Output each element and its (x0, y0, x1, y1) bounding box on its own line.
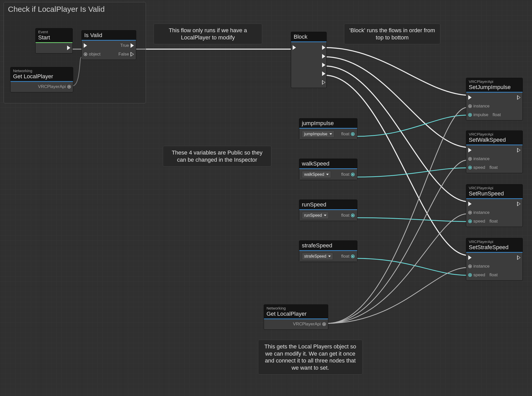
port-out-icon[interactable] (67, 85, 71, 89)
variable-dropdown[interactable]: strafeSpeed (302, 253, 333, 260)
chevron-down-icon (324, 215, 326, 216)
port-in-icon[interactable] (84, 52, 87, 56)
variable-dropdown[interactable]: jumpImpulse (302, 130, 334, 138)
port-in-icon[interactable] (468, 113, 472, 117)
dropdown-label: strafeSpeed (304, 254, 326, 259)
node-title: Get LocalPlayer (13, 73, 70, 80)
node-get-localplayer-1[interactable]: Networking Get LocalPlayer VRCPlayerApi (10, 67, 73, 92)
port-in-icon[interactable] (468, 104, 472, 108)
variable-dropdown[interactable]: walkSpeed (302, 171, 331, 178)
port-in-icon[interactable] (468, 166, 472, 169)
exec-out-icon[interactable] (67, 46, 70, 50)
node-title: Is Valid (84, 32, 133, 38)
dropdown-label: jumpImpulse (304, 132, 327, 136)
exec-out-icon[interactable] (517, 202, 520, 206)
exec-in-icon[interactable] (84, 43, 87, 48)
group-title: Check if LocalPlayer Is Valid (4, 2, 146, 15)
node-supertitle: Event (38, 30, 70, 34)
node-supertitle: VRCPlayerApi (469, 240, 520, 244)
comment-text: These 4 variables are Public so they can… (172, 149, 263, 163)
node-is-valid[interactable]: Is Valid object True False (81, 30, 136, 60)
comment-text: 'Block' runs the flows in order from top… (349, 27, 435, 41)
exec-out-icon[interactable] (322, 54, 325, 59)
port-type: float (490, 272, 498, 278)
port-label: instance (473, 104, 490, 109)
node-supertitle: Networking (267, 306, 325, 310)
node-set-jump[interactable]: VRCPlayerApi SetJumpImpulse instance imp… (466, 78, 523, 120)
dropdown-label: walkSpeed (304, 172, 324, 177)
port-label: object (89, 52, 100, 57)
port-out-icon[interactable] (351, 173, 355, 176)
comment-flow-runs[interactable]: This flow only runs if we have a LocalPl… (154, 24, 262, 44)
exec-in-icon[interactable] (293, 45, 296, 50)
port-label: instance (473, 210, 490, 215)
node-title: jumpImpulse (302, 120, 355, 126)
node-var-strafespeed[interactable]: strafeSpeed strafeSpeed float (299, 240, 357, 262)
comment-block-order[interactable]: 'Block' runs the flows in order from top… (344, 24, 440, 44)
node-get-localplayer-2[interactable]: Networking Get LocalPlayer VRCPlayerApi (264, 304, 328, 330)
port-type: float (490, 165, 498, 170)
node-set-strafe[interactable]: VRCPlayerApi SetStrafeSpeed instance spe… (466, 238, 523, 281)
chevron-down-icon (329, 133, 332, 135)
dropdown-label: runSpeed (304, 213, 322, 218)
comment-text: This flow only runs if we have a LocalPl… (169, 27, 247, 41)
node-supertitle: Networking (13, 69, 70, 73)
exec-out-icon[interactable] (517, 148, 520, 152)
port-out-icon[interactable] (351, 214, 355, 217)
node-title: runSpeed (302, 201, 355, 208)
port-type: float (493, 112, 501, 117)
node-block[interactable]: Block (291, 32, 327, 88)
port-in-icon[interactable] (468, 265, 472, 268)
exec-out-icon[interactable] (322, 63, 325, 67)
port-label: speed (473, 219, 485, 224)
port-in-icon[interactable] (468, 211, 472, 214)
port-in-icon[interactable] (468, 157, 472, 161)
port-in-icon[interactable] (468, 219, 472, 223)
node-start[interactable]: Event Start (35, 28, 73, 53)
node-title: SetStrafeSpeed (469, 244, 520, 250)
node-supertitle: VRCPlayerApi (469, 186, 520, 190)
comment-get-local-explain[interactable]: This gets the Local Players object so we… (258, 340, 363, 375)
exec-in-icon[interactable] (468, 95, 472, 100)
port-out-icon[interactable] (351, 255, 355, 258)
port-label: impulse (473, 112, 488, 117)
exec-in-icon[interactable] (468, 202, 472, 206)
comment-text: This gets the Local Players object so we… (264, 343, 356, 371)
exec-out-icon[interactable] (322, 45, 325, 50)
node-supertitle: VRCPlayerApi (469, 80, 520, 83)
comment-public-vars[interactable]: These 4 variables are Public so they can… (163, 146, 271, 167)
port-type: float (341, 172, 349, 177)
exec-out-icon[interactable] (322, 71, 325, 76)
node-var-jumpimpulse[interactable]: jumpImpulse jumpImpulse float (299, 118, 357, 140)
port-label: instance (473, 156, 490, 161)
exec-out-icon[interactable] (131, 43, 134, 48)
node-title: SetJumpImpulse (469, 84, 520, 90)
port-label: VRCPlayerApi (38, 84, 66, 89)
port-label: speed (473, 165, 485, 170)
port-out-icon[interactable] (322, 322, 326, 326)
exec-out-icon[interactable] (517, 95, 520, 100)
port-type: float (490, 219, 498, 224)
port-label: False (118, 52, 129, 57)
port-label: speed (473, 272, 485, 278)
graph-canvas[interactable]: Check if LocalPlayer Is Valid Event Star… (0, 0, 532, 396)
port-out-icon[interactable] (351, 132, 355, 136)
node-var-walkspeed[interactable]: walkSpeed walkSpeed float (299, 159, 357, 180)
node-set-walk[interactable]: VRCPlayerApi SetWalkSpeed instance speed… (466, 130, 523, 173)
node-supertitle: VRCPlayerApi (469, 132, 520, 136)
node-title: SetRunSpeed (469, 190, 520, 197)
chevron-down-icon (328, 256, 331, 257)
exec-out-icon[interactable] (131, 52, 134, 57)
node-var-runspeed[interactable]: runSpeed runSpeed float (299, 200, 357, 221)
exec-in-icon[interactable] (468, 148, 472, 152)
exec-out-icon[interactable] (322, 80, 325, 85)
port-type: float (341, 213, 349, 218)
exec-in-icon[interactable] (468, 255, 472, 260)
node-title: Block (294, 34, 324, 40)
node-set-run[interactable]: VRCPlayerApi SetRunSpeed instance speed … (466, 184, 523, 227)
port-in-icon[interactable] (468, 273, 472, 277)
node-title: walkSpeed (302, 160, 355, 167)
node-title: Get LocalPlayer (267, 311, 325, 317)
variable-dropdown[interactable]: runSpeed (302, 212, 329, 219)
exec-out-icon[interactable] (517, 255, 520, 260)
